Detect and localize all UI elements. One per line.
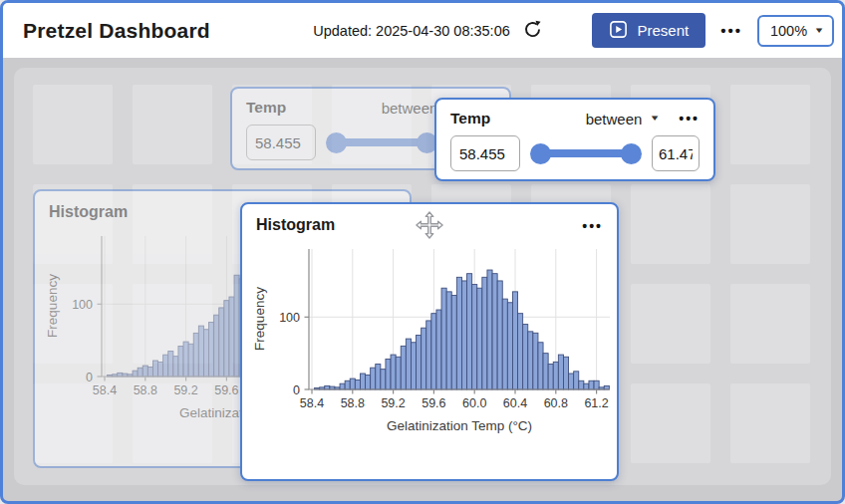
max-value-input[interactable] — [652, 135, 700, 171]
operator-dropdown[interactable]: between ▼ — [586, 111, 680, 127]
histogram-more-icon[interactable]: ••• — [582, 218, 603, 234]
svg-text:Frequency: Frequency — [45, 274, 60, 338]
svg-text:59.2: 59.2 — [381, 396, 405, 410]
refresh-icon — [523, 20, 542, 42]
svg-text:59.6: 59.6 — [422, 396, 445, 410]
slider-track[interactable] — [539, 149, 633, 157]
min-value-input[interactable] — [450, 135, 520, 171]
svg-text:61.2: 61.2 — [584, 396, 608, 410]
range-slider-ghost — [326, 132, 437, 153]
operator-label-ghost: between — [382, 100, 438, 117]
svg-text:0: 0 — [293, 383, 300, 397]
header-more-icon[interactable]: ••• — [720, 22, 742, 39]
slider-handle-min[interactable] — [530, 143, 551, 164]
svg-text:100: 100 — [72, 298, 93, 312]
histogram-svg: 010058.458.859.259.660.060.460.861.2Gela… — [242, 247, 615, 442]
placeholder-tile — [730, 284, 810, 364]
refresh-button[interactable] — [521, 18, 544, 44]
present-label: Present — [638, 22, 690, 39]
min-value-input-ghost — [246, 125, 316, 160]
svg-text:58.8: 58.8 — [341, 396, 365, 410]
present-button[interactable]: Present — [592, 13, 706, 48]
page-title: Pretzel Dashboard — [23, 19, 313, 43]
slider-track-ghost — [335, 138, 428, 146]
svg-text:100: 100 — [279, 311, 300, 325]
svg-text:59.2: 59.2 — [173, 383, 197, 397]
svg-text:0: 0 — [86, 371, 93, 384]
placeholder-tile — [730, 85, 810, 164]
play-icon — [609, 20, 628, 42]
svg-text:Gelatinization Temp (°C): Gelatinization Temp (°C) — [387, 418, 532, 433]
slider-handle-max[interactable] — [621, 143, 642, 164]
header-actions: Present ••• 100% ▼ — [544, 13, 836, 48]
move-cursor-icon — [416, 211, 443, 243]
svg-text:Frequency: Frequency — [252, 287, 267, 351]
svg-text:58.4: 58.4 — [93, 383, 117, 397]
caret-down-icon: ▼ — [650, 115, 661, 123]
svg-text:60.4: 60.4 — [503, 396, 527, 410]
dashboard-canvas: Temp between ▼ ••• Histogram ••• — [3, 58, 842, 501]
operator-label: between — [586, 111, 643, 127]
placeholder-tile — [133, 85, 212, 164]
placeholder-tile — [730, 184, 810, 264]
histogram-chart: 010058.458.859.259.660.060.460.861.2Gela… — [242, 247, 615, 442]
range-slider[interactable] — [530, 143, 642, 164]
filter-header: Temp between ▼ ••• — [450, 110, 700, 127]
header-bar: Pretzel Dashboard Updated: 2025-04-30 08… — [3, 3, 842, 58]
zoom-level-dropdown[interactable]: 100% ▼ — [757, 15, 834, 47]
updated-label: Updated: 2025-04-30 08:35:06 — [313, 23, 510, 39]
slider-handle-min-ghost — [326, 132, 347, 153]
svg-text:60.0: 60.0 — [462, 396, 486, 410]
filter-title-ghost: Temp — [246, 99, 286, 117]
svg-text:58.8: 58.8 — [134, 383, 157, 397]
placeholder-tile — [730, 383, 810, 463]
updated-status: Updated: 2025-04-30 08:35:06 — [313, 18, 544, 44]
placeholder-tile — [33, 85, 113, 164]
histogram-title-ghost: Histogram — [49, 203, 128, 220]
histogram-card[interactable]: Histogram ••• 010058.458.859.259.660.060… — [240, 202, 619, 481]
histogram-title: Histogram — [256, 216, 335, 233]
temp-filter-card[interactable]: Temp between ▼ ••• — [434, 98, 715, 181]
filter-more-icon[interactable]: ••• — [679, 111, 700, 126]
app-window: Pretzel Dashboard Updated: 2025-04-30 08… — [0, 0, 845, 504]
zoom-level-value: 100% — [770, 23, 807, 39]
svg-text:60.8: 60.8 — [544, 396, 568, 410]
placeholder-tile — [631, 184, 710, 264]
svg-text:59.6: 59.6 — [214, 383, 238, 397]
filter-row — [450, 135, 700, 171]
chevron-down-icon: ▼ — [813, 27, 824, 35]
svg-text:58.4: 58.4 — [300, 396, 324, 410]
filter-title: Temp — [450, 110, 490, 127]
placeholder-tile — [631, 383, 710, 463]
placeholder-tile — [631, 284, 710, 364]
